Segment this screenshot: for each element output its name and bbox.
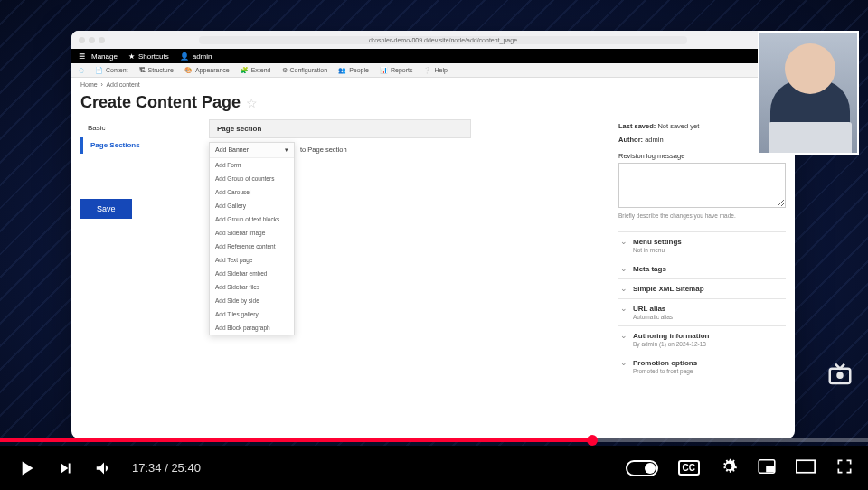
svg-rect-4 — [797, 460, 815, 473]
accordion-item[interactable]: Simple XML Sitemap — [618, 278, 786, 298]
accordion-subtitle: Automatic alias — [633, 314, 782, 320]
next-button[interactable] — [56, 458, 76, 478]
admin-user-link[interactable]: 👤 admin — [180, 52, 212, 61]
captions-button[interactable]: CC — [678, 460, 700, 476]
accordion-item[interactable]: Menu settingsNot in menu — [618, 231, 786, 259]
video-controls: 17:34 / 25:40 CC — [0, 446, 868, 490]
accordion-title: Promotion options — [633, 359, 782, 367]
dropdown-option[interactable]: Add Tiles gallery — [210, 307, 294, 321]
accordion-item[interactable]: Promotion optionsPromoted to front page — [618, 353, 786, 380]
video-viewport: drospler-demo-009.ddev.site/node/add/con… — [0, 0, 868, 442]
time-display: 17:34 / 25:40 — [132, 461, 201, 475]
window-min-icon[interactable] — [89, 37, 95, 43]
page-header: Create Content Page ☆ — [71, 91, 795, 119]
breadcrumb-add[interactable]: Add content — [106, 81, 139, 88]
save-button[interactable]: Save — [80, 199, 132, 219]
dropdown-option[interactable]: Add Gallery — [210, 199, 294, 212]
dropdown-option[interactable]: Add Side by side — [210, 294, 294, 307]
accordion-title: Meta tags — [633, 265, 782, 273]
revision-hint: Briefly describe the changes you have ma… — [618, 212, 786, 219]
drupal-toolbar: Manage ★ Shortcuts 👤 admin — [71, 49, 795, 63]
browser-toolbar: drospler-demo-009.ddev.site/node/add/con… — [71, 31, 795, 49]
accordion-item[interactable]: Authoring informationBy admin (1) on 202… — [618, 325, 786, 353]
svg-point-1 — [838, 373, 843, 378]
volume-button[interactable] — [94, 458, 114, 478]
presenter-webcam — [758, 31, 859, 155]
add-banner-button[interactable]: Add Banner ▾ — [210, 143, 294, 158]
favorite-star-icon[interactable]: ☆ — [246, 96, 258, 110]
menu-people[interactable]: 👥 People — [338, 67, 369, 74]
video-progress-fill — [0, 438, 592, 442]
theater-button[interactable] — [796, 459, 816, 477]
revision-log-input[interactable] — [618, 163, 786, 208]
accordion-title: Menu settings — [633, 238, 782, 246]
chevron-down-icon: ▾ — [285, 146, 288, 154]
drupal-logo-icon[interactable]: ◌ — [79, 67, 84, 74]
hamburger-icon — [79, 50, 88, 62]
page-title: Create Content Page — [80, 93, 241, 112]
menu-structure[interactable]: 🏗 Structure — [139, 67, 174, 73]
page-section-panel: Page section Add Banner ▾ Add FormAdd Gr… — [209, 119, 471, 380]
autoplay-toggle[interactable] — [626, 460, 658, 476]
menu-configuration[interactable]: ⚙ Configuration — [282, 67, 328, 74]
dropdown-option[interactable]: Add Group of text blocks — [210, 212, 294, 226]
page-section-header: Page section — [209, 119, 471, 138]
accordion-item[interactable]: URL aliasAutomatic alias — [618, 298, 786, 325]
breadcrumb: Home › Add content — [71, 78, 795, 91]
menu-extend[interactable]: 🧩 Extend — [241, 67, 271, 74]
shortcuts-link[interactable]: ★ Shortcuts — [128, 52, 169, 61]
vertical-tabs: Basic Page Sections Save — [80, 119, 198, 380]
video-progress-bar[interactable] — [0, 438, 868, 442]
dropdown-option[interactable]: Add Text page — [210, 253, 294, 267]
menu-content[interactable]: 📄 Content — [95, 67, 128, 74]
accordion-title: Simple XML Sitemap — [633, 285, 782, 293]
dropdown-menu: Add FormAdd Group of countersAdd Carouse… — [210, 158, 294, 335]
accordion-subtitle: Promoted to front page — [633, 368, 782, 374]
vtab-page-sections[interactable]: Page Sections — [80, 137, 198, 154]
dropdown-option[interactable]: Add Carousel — [210, 185, 294, 199]
miniplayer-button[interactable] — [758, 459, 776, 477]
dropdown-option[interactable]: Add Sidebar image — [210, 226, 294, 240]
accordion-title: Authoring information — [633, 332, 782, 340]
window-max-icon[interactable] — [99, 37, 105, 43]
browser-url[interactable]: drospler-demo-009.ddev.site/node/add/con… — [199, 36, 687, 44]
breadcrumb-home[interactable]: Home — [80, 81, 98, 88]
window-close-icon[interactable] — [79, 37, 85, 43]
accordion-subtitle: By admin (1) on 2024-12-13 — [633, 341, 782, 347]
dropdown-option[interactable]: Add Group of counters — [210, 172, 294, 185]
add-context-label: to Page section — [295, 142, 353, 157]
vtab-basic[interactable]: Basic — [80, 119, 198, 137]
settings-button[interactable] — [720, 457, 738, 479]
play-button[interactable] — [14, 457, 38, 480]
manage-toggle[interactable]: Manage — [79, 50, 118, 62]
dropdown-option[interactable]: Add Block paragraph — [210, 321, 294, 335]
accordion-item[interactable]: Meta tags — [618, 259, 786, 278]
dropdown-option[interactable]: Add Form — [210, 158, 294, 172]
fullscreen-button[interactable] — [835, 457, 854, 479]
browser-window: drospler-demo-009.ddev.site/node/add/con… — [71, 31, 795, 438]
dropdown-option[interactable]: Add Sidebar files — [210, 280, 294, 294]
svg-rect-3 — [767, 466, 773, 472]
drupal-admin-menu: ◌ 📄 Content 🏗 Structure 🎨 Appearance 🧩 E… — [71, 63, 795, 78]
channel-watermark-icon — [826, 361, 854, 388]
menu-help[interactable]: ❔ Help — [423, 67, 447, 74]
add-component-dropdown: Add Banner ▾ Add FormAdd Group of counte… — [209, 142, 295, 335]
dropdown-option[interactable]: Add Sidebar embed — [210, 267, 294, 280]
meta-accordion: Menu settingsNot in menuMeta tagsSimple … — [618, 231, 786, 380]
accordion-title: URL alias — [633, 305, 782, 313]
menu-reports[interactable]: 📊 Reports — [380, 67, 413, 74]
dropdown-option[interactable]: Add Reference content — [210, 240, 294, 253]
accordion-subtitle: Not in menu — [633, 247, 782, 253]
menu-appearance[interactable]: 🎨 Appearance — [184, 67, 230, 74]
meta-sidebar: Last saved: Not saved yet Author: admin … — [618, 119, 786, 380]
progress-scrubber[interactable] — [587, 435, 598, 446]
